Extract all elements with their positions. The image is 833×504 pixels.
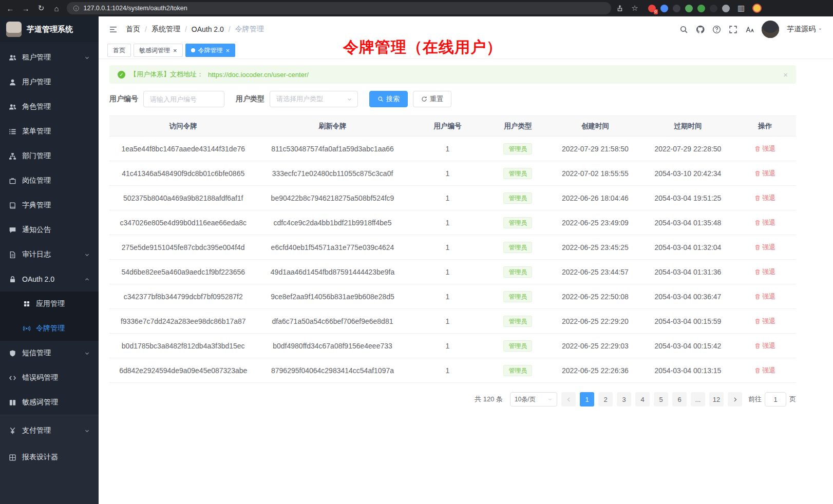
sidebar-item[interactable]: 字典管理 — [0, 193, 99, 218]
cell-user-id: 1 — [408, 309, 487, 334]
force-logout-button[interactable]: 强退 — [754, 292, 775, 301]
force-logout-button[interactable]: 强退 — [754, 267, 775, 277]
pagination-more-button[interactable]: ... — [691, 392, 705, 406]
sidebar-item[interactable]: 角色管理 — [0, 94, 99, 119]
user-avatar[interactable] — [762, 21, 779, 38]
force-logout-button[interactable]: 强退 — [754, 341, 775, 351]
pagination-page-button[interactable]: 2 — [598, 392, 613, 406]
cell-user-type: 管理员 — [487, 137, 548, 161]
font-size-icon[interactable] — [745, 25, 754, 34]
pagination-page-button[interactable]: 6 — [672, 392, 687, 406]
address-bar[interactable]: 127.0.0.1:1024/system/oauth2/token — [67, 2, 611, 14]
search-icon[interactable] — [679, 25, 688, 34]
pagination-page-button[interactable]: 5 — [654, 392, 668, 406]
breadcrumb-item[interactable]: 首页 — [126, 25, 140, 34]
user-id-input[interactable] — [143, 91, 224, 107]
sidebar-item-label: 支付管理 — [22, 426, 51, 435]
reload-icon[interactable]: ↻ — [36, 3, 46, 13]
sidebar-item[interactable]: OAuth 2.0 — [0, 267, 99, 292]
user-type-select[interactable]: 请选择用户类型 — [270, 91, 358, 107]
sidebar-item[interactable]: 审计日志 — [0, 242, 99, 267]
search-button[interactable]: 搜索 — [369, 91, 408, 107]
tab-active[interactable]: 令牌管理× — [185, 44, 236, 57]
close-icon[interactable]: × — [226, 47, 230, 54]
sidebar-toggle-icon[interactable]: ▥ — [736, 3, 746, 13]
sidebar-item[interactable]: 报表设计器 — [0, 444, 99, 471]
breadcrumb-item[interactable]: 系统管理 — [152, 25, 180, 34]
breadcrumb-item[interactable]: OAuth 2.0 — [192, 25, 224, 33]
fullscreen-icon[interactable] — [729, 25, 737, 34]
user-type-placeholder: 请选择用户类型 — [276, 94, 323, 104]
sidebar-item[interactable]: 岗位管理 — [0, 168, 99, 193]
sidebar-item-label: 字典管理 — [22, 201, 51, 210]
sidebar-item[interactable]: 短信管理 — [0, 341, 99, 365]
force-logout-button[interactable]: 强退 — [754, 193, 775, 203]
menu-fold-icon[interactable] — [109, 25, 118, 34]
sidebar-subitem[interactable]: 应用管理 — [0, 292, 99, 316]
alert-close-icon[interactable]: × — [783, 70, 788, 79]
sidebar-item[interactable]: 错误码管理 — [0, 365, 99, 390]
extension-icon[interactable] — [685, 5, 693, 12]
sidebar-item[interactable]: 支付管理 — [0, 417, 99, 444]
bookmark-star-icon[interactable]: ☆ — [630, 3, 640, 13]
github-icon[interactable] — [696, 25, 705, 34]
home-icon[interactable]: ⌂ — [51, 3, 62, 13]
sidebar-item[interactable]: 敏感词管理 — [0, 390, 99, 415]
cell-user-id: 1 — [408, 260, 487, 284]
sidebar-item[interactable]: 部门管理 — [0, 144, 99, 168]
code-icon — [9, 374, 16, 382]
info-icon[interactable] — [73, 5, 80, 12]
back-icon[interactable]: ← — [5, 3, 15, 13]
pagination-page-button[interactable]: 3 — [617, 392, 631, 406]
sidebar-subitem[interactable]: 令牌管理 — [0, 316, 99, 341]
chevron-down-icon — [84, 351, 90, 356]
user-menu[interactable]: 芋道源码 — [787, 25, 823, 34]
cell-access-token: 275e5de9151045fe87cbdc395e004f4d — [109, 235, 257, 260]
prev-page-button[interactable] — [561, 392, 576, 406]
sidebar-item[interactable]: 租户管理 — [0, 45, 99, 70]
close-icon[interactable]: × — [173, 47, 177, 54]
cell-user-type: 管理员 — [487, 358, 548, 383]
share-icon[interactable] — [616, 5, 623, 12]
goto-suffix: 页 — [789, 395, 796, 404]
force-logout-button[interactable]: 强退 — [754, 144, 775, 153]
cell-expire-time: 2054-03-04 01:31:36 — [641, 260, 734, 284]
cell-access-token: b0d1785bc3a8482f812db4a3f3bd15ec — [109, 334, 257, 358]
sidebar-item[interactable]: 通知公告 — [0, 218, 99, 242]
extension-icon[interactable] — [697, 5, 705, 12]
force-logout-label: 强退 — [762, 193, 775, 203]
cell-created-time: 2022-06-26 18:04:46 — [549, 186, 641, 210]
pagination-page-button[interactable]: 4 — [635, 392, 650, 406]
user-icon — [9, 79, 16, 86]
extension-icon[interactable] — [710, 5, 717, 12]
doc-link[interactable]: https://doc.iocoder.cn/user-center/ — [208, 71, 309, 79]
tab-item[interactable]: 首页 — [107, 44, 131, 57]
force-logout-button[interactable]: 强退 — [754, 218, 775, 227]
sidebar-item[interactable]: 菜单管理 — [0, 119, 99, 144]
goto-page-input[interactable] — [765, 392, 786, 406]
extension-icon[interactable] — [660, 5, 668, 12]
app-logo[interactable]: 芋道管理系统 — [0, 16, 99, 42]
force-logout-button[interactable]: 强退 — [754, 317, 775, 326]
table-row: f9336e7c7dd242a283ee98dc86b17a87dfa6c71a… — [109, 309, 796, 334]
page-size-select[interactable]: 10条/页 — [510, 392, 557, 406]
forward-icon[interactable]: → — [21, 3, 31, 13]
extension-icon[interactable]: 0 — [648, 5, 656, 12]
breadcrumb-item[interactable]: 令牌管理 — [235, 25, 264, 34]
pagination-page-button[interactable]: 12 — [709, 392, 724, 406]
extension-icon[interactable] — [673, 5, 680, 12]
force-logout-button[interactable]: 强退 — [754, 243, 775, 252]
force-logout-button[interactable]: 强退 — [754, 169, 775, 178]
force-logout-button[interactable]: 强退 — [754, 366, 775, 375]
next-page-button[interactable] — [728, 392, 742, 406]
tab-item[interactable]: 敏感词管理× — [134, 44, 183, 57]
pagination-page-button[interactable]: 1 — [580, 392, 594, 406]
reset-button[interactable]: 重置 — [413, 91, 451, 107]
browser-profile-avatar[interactable] — [752, 4, 762, 13]
cell-user-type: 管理员 — [487, 235, 548, 260]
help-icon[interactable] — [712, 25, 721, 34]
sidebar-menu-bottom: 支付管理报表设计器 — [0, 415, 99, 504]
report-icon — [9, 454, 16, 461]
extension-icon[interactable] — [722, 5, 730, 12]
sidebar-item[interactable]: 用户管理 — [0, 70, 99, 94]
